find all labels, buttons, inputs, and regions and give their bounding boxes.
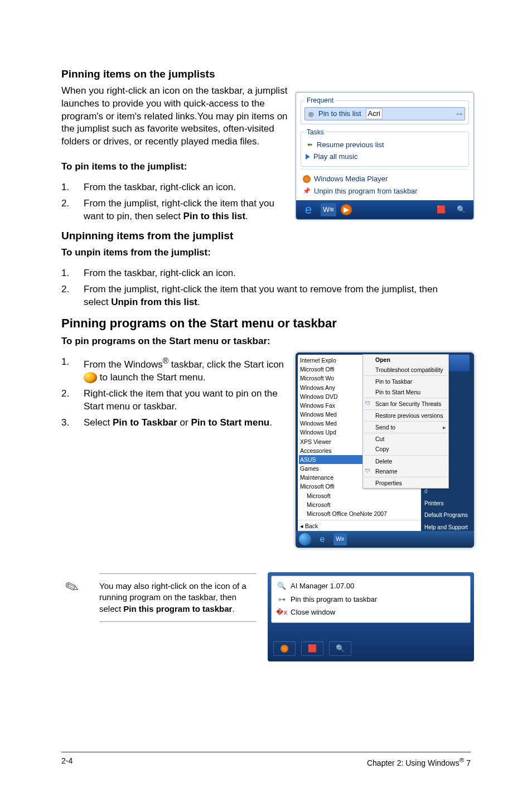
context-menu: Open Troubleshoot compatibility Pin to T…	[362, 354, 449, 489]
figure-jumplist: Frequent ◎ Pin to this list Acri ⊶ Tasks…	[296, 92, 474, 220]
ai-manager-icon: 🔍	[277, 582, 286, 591]
subheading-to-pin-jumplist: To pin items to the jumplist:	[61, 161, 290, 173]
disc-icon: ◎	[307, 110, 315, 118]
step-number: 2.	[61, 388, 84, 413]
subheading-to-pin-programs: To pin programs on the Start menu or tas…	[61, 335, 471, 348]
start-menu-taskbar: e W≡	[296, 531, 474, 548]
figure-start-menu: Internet Explo Microsoft Offi Microsoft …	[296, 352, 474, 548]
page-footer: 2-4 Chapter 2: Using Windows® 7	[61, 752, 471, 769]
right-panel-printers[interactable]: Printers	[421, 497, 472, 510]
ctx-restore-previous-versions[interactable]: Restore previous versions	[363, 410, 448, 421]
intro-paragraph: When you right-click an icon on the task…	[61, 85, 290, 149]
start-orb-icon[interactable]	[299, 533, 311, 545]
ctx-pin-to-start-menu[interactable]: Pin to Start Menu	[363, 387, 448, 397]
pin-icon: ⊶	[277, 595, 286, 603]
taskbar-ie-icon[interactable]: e	[316, 533, 329, 545]
back-arrow-icon: ⬅	[306, 141, 313, 149]
jumplist-app-windows-media-player[interactable]: Windows Media Player	[302, 173, 468, 185]
pinned-item-tooltip: Acri	[366, 108, 383, 119]
pin-icon[interactable]: ⊶	[456, 110, 462, 118]
pin-to-this-list-label: Pin to this list	[318, 109, 361, 119]
note-pencil-icon: ✎	[59, 574, 86, 601]
jumplist-pin-to-this-list[interactable]: ◎ Pin to this list Acri ⊶	[304, 107, 465, 120]
prog-step-1: From the Windows® taskbar, click the Sta…	[84, 356, 284, 384]
step-number: 2.	[61, 283, 84, 309]
heading-pinning-programs: Pinning programs on the Start menu or ta…	[61, 315, 471, 332]
taskbar-tray-icon[interactable]: 🟥	[301, 641, 323, 656]
step-number: 2.	[61, 197, 84, 223]
ctx-scan-threats[interactable]: Scan for Security Threats	[363, 399, 448, 409]
note-text: You may also right-click on the icon of …	[99, 573, 257, 622]
taskbar-ai-manager-icon[interactable]: 🔍	[329, 641, 351, 656]
ctx-open[interactable]: Open	[363, 355, 448, 365]
unpin-step-1: From the taskbar, right-click an icon.	[84, 267, 463, 280]
wmp-icon	[303, 175, 311, 183]
chapter-label: Chapter 2: Using Windows® 7	[367, 756, 471, 769]
jumplist-unpin-program[interactable]: 📌 Unpin this program from taskbar	[302, 185, 468, 197]
heading-unpinning-jumplist: Unpinning items from the jumplist	[61, 229, 471, 243]
taskbar-wmp-icon[interactable]: ▶	[341, 204, 352, 215]
step-number: 1.	[61, 267, 84, 280]
ctx-delete[interactable]: Delete	[363, 456, 448, 466]
play-icon	[306, 154, 310, 160]
start-orb-icon	[84, 372, 97, 383]
ctx-copy[interactable]: Copy	[363, 444, 448, 454]
fig3-app-title[interactable]: 🔍 AI Manager 1.07.00	[277, 579, 465, 593]
unpin-icon: 📌	[303, 187, 311, 195]
taskbar-wordpad-icon[interactable]: W≡	[333, 533, 347, 545]
ctx-troubleshoot[interactable]: Troubleshoot compatibility	[363, 365, 448, 375]
ctx-pin-to-taskbar[interactable]: Pin to Taskbar	[363, 376, 448, 386]
ctx-properties[interactable]: Properties	[363, 478, 448, 488]
task-resume-previous-list[interactable]: ⬅ Resume previous list	[304, 139, 465, 151]
right-panel-default-programs[interactable]: Default Programs	[421, 509, 472, 521]
ctx-send-to[interactable]: Send to	[363, 422, 448, 432]
jumplist-tasks-label: Tasks	[304, 128, 326, 137]
pin-step-1: From the taskbar, right-click an icon.	[84, 181, 290, 194]
heading-pinning-jumplists: Pinning items on the jumplists	[61, 67, 471, 81]
taskbar-wordpad-icon[interactable]: W≡	[321, 203, 336, 216]
page-number: 2-4	[61, 756, 72, 769]
prog-step-3: Select Pin to Taskbar or Pin to Start me…	[84, 417, 284, 429]
figure-taskbar-context: 🔍 AI Manager 1.07.00 ⊶ Pin this program …	[268, 572, 474, 661]
step-number: 1.	[61, 181, 84, 194]
fig3-close-window[interactable]: �ⅹ Close window	[277, 606, 465, 619]
close-icon: �ⅹ	[277, 608, 286, 617]
unpin-step-2: From the jumplist, right-click the item …	[84, 283, 463, 309]
step-number: 1.	[61, 356, 84, 384]
start-menu-back[interactable]: ◂ Back	[298, 520, 421, 532]
jumplist-frequent-label: Frequent	[304, 96, 336, 105]
taskbar-wmp-icon[interactable]	[273, 641, 296, 656]
taskbar-ai-manager-icon[interactable]: 🔍	[453, 203, 469, 216]
taskbar-tray-icon[interactable]: 🟥	[433, 203, 449, 216]
taskbar: e W≡ ▶ 🟥 🔍	[296, 200, 473, 219]
ctx-rename[interactable]: Rename	[363, 466, 448, 476]
subheading-to-unpin-jumplist: To unpin items from the jumplist:	[61, 247, 471, 259]
prog-step-2: Right-click the item that you want to pi…	[84, 388, 284, 413]
task-play-all-music[interactable]: Play all music	[304, 151, 465, 163]
pin-step-2: From the jumplist, right-click the item …	[84, 197, 290, 223]
step-number: 3.	[61, 417, 84, 429]
fig3-pin-program[interactable]: ⊶ Pin this program to taskbar	[277, 593, 465, 606]
ctx-cut[interactable]: Cut	[363, 434, 448, 444]
taskbar-ie-icon[interactable]: e	[301, 203, 316, 216]
